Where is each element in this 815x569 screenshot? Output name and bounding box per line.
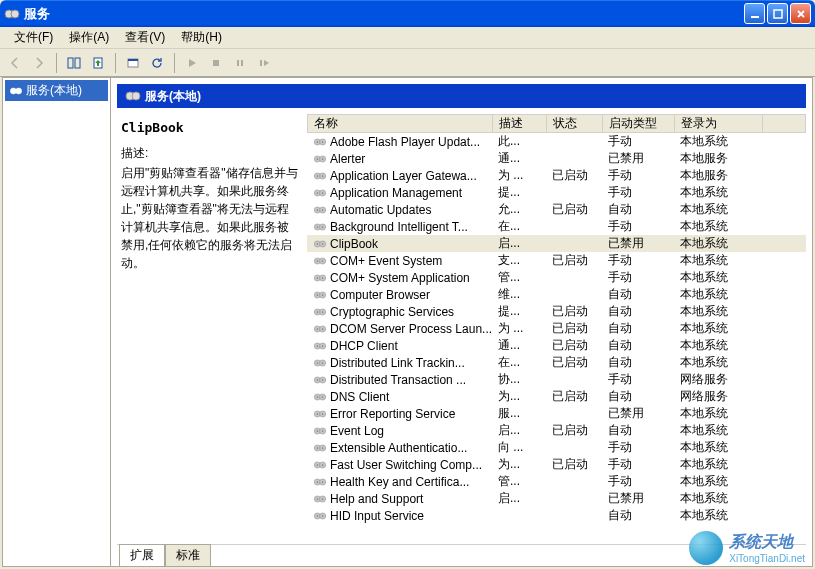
refresh-button[interactable] — [146, 52, 168, 74]
tree-root-label: 服务(本地) — [26, 82, 82, 99]
svg-rect-4 — [68, 58, 73, 68]
service-row[interactable]: DHCP Client通...已启动自动本地系统 — [307, 337, 806, 354]
col-header-name[interactable]: 名称 — [308, 115, 493, 132]
maximize-button[interactable] — [767, 3, 788, 24]
svg-point-31 — [317, 192, 319, 194]
cell-status — [546, 226, 602, 228]
svg-point-91 — [317, 447, 319, 449]
service-row[interactable]: Application Layer Gatewa...为 ...已启动手动本地服… — [307, 167, 806, 184]
col-header-logon[interactable]: 登录为 — [675, 115, 763, 132]
svg-point-32 — [322, 192, 324, 194]
service-row[interactable]: Health Key and Certifica...管...手动本地系统 — [307, 473, 806, 490]
tree-root-services-local[interactable]: 服务(本地) — [5, 80, 108, 101]
service-row[interactable]: Error Reporting Service服...已禁用本地系统 — [307, 405, 806, 422]
cell-name: Computer Browser — [307, 287, 492, 303]
cell-name: Cryptographic Services — [307, 304, 492, 320]
svg-point-36 — [322, 209, 324, 211]
cell-name: Application Layer Gatewa... — [307, 168, 492, 184]
cell-status: 已启动 — [546, 251, 602, 270]
service-row[interactable]: Adobe Flash Player Updat...此...手动本地系统 — [307, 133, 806, 150]
services-list: 名称 描述 状态 启动类型 登录为 Adobe Flash Player Upd… — [307, 114, 806, 544]
service-row[interactable]: Distributed Link Trackin...在...已启动自动本地系统 — [307, 354, 806, 371]
cell-status: 已启动 — [546, 166, 602, 185]
show-hide-tree-button[interactable] — [63, 52, 85, 74]
cell-name: Distributed Link Trackin... — [307, 355, 492, 371]
service-row[interactable]: Event Log启...已启动自动本地系统 — [307, 422, 806, 439]
menu-file[interactable]: 文件(F) — [6, 27, 61, 48]
svg-point-56 — [322, 294, 324, 296]
svg-point-28 — [322, 175, 324, 177]
service-row[interactable]: Cryptographic Services提...已启动自动本地系统 — [307, 303, 806, 320]
menu-view[interactable]: 查看(V) — [117, 27, 173, 48]
cell-status — [546, 515, 602, 517]
svg-point-14 — [16, 87, 22, 93]
service-row[interactable]: Background Intelligent T...在...手动本地系统 — [307, 218, 806, 235]
service-row[interactable]: COM+ System Application管...手动本地系统 — [307, 269, 806, 286]
svg-point-108 — [322, 515, 324, 517]
svg-point-100 — [322, 481, 324, 483]
service-row[interactable]: Application Management提...手动本地系统 — [307, 184, 806, 201]
svg-rect-3 — [774, 10, 782, 18]
svg-rect-5 — [75, 58, 80, 68]
panel-title: 服务(本地) — [145, 88, 201, 105]
svg-point-39 — [317, 226, 319, 228]
service-row[interactable]: Extensible Authenticatio...向 ...手动本地系统 — [307, 439, 806, 456]
list-body[interactable]: Adobe Flash Player Updat...此...手动本地系统Ale… — [307, 133, 806, 544]
svg-point-79 — [317, 396, 319, 398]
menu-action[interactable]: 操作(A) — [61, 27, 117, 48]
service-row[interactable]: HID Input Service自动本地系统 — [307, 507, 806, 524]
cell-name: Event Log — [307, 423, 492, 439]
cell-status — [546, 277, 602, 279]
col-header-startup[interactable]: 启动类型 — [603, 115, 675, 132]
svg-point-55 — [317, 294, 319, 296]
svg-point-59 — [317, 311, 319, 313]
cell-status — [546, 379, 602, 381]
col-header-desc[interactable]: 描述 — [493, 115, 547, 132]
tab-extended[interactable]: 扩展 — [119, 544, 165, 566]
cell-name: DHCP Client — [307, 338, 492, 354]
svg-point-35 — [317, 209, 319, 211]
service-row[interactable]: Automatic Updates允...已启动自动本地系统 — [307, 201, 806, 218]
menu-help[interactable]: 帮助(H) — [173, 27, 230, 48]
service-row[interactable]: DCOM Server Process Laun...为 ...已启动自动本地系… — [307, 320, 806, 337]
svg-point-24 — [322, 158, 324, 160]
svg-point-99 — [317, 481, 319, 483]
service-row[interactable]: ClipBook启...已禁用本地系统 — [307, 235, 806, 252]
properties-button[interactable] — [122, 52, 144, 74]
cell-status: 已启动 — [546, 387, 602, 406]
watermark: 系统天地 XiTongTianDi.net — [689, 531, 805, 565]
cell-name: Distributed Transaction ... — [307, 372, 492, 388]
cell-status — [546, 294, 602, 296]
cell-status — [546, 243, 602, 245]
service-row[interactable]: DNS Client为...已启动自动网络服务 — [307, 388, 806, 405]
tree-panel: 服务(本地) — [3, 78, 111, 566]
menubar: 文件(F) 操作(A) 查看(V) 帮助(H) — [0, 27, 815, 49]
svg-point-67 — [317, 345, 319, 347]
svg-rect-9 — [213, 60, 219, 66]
service-row[interactable]: COM+ Event System支...已启动手动本地系统 — [307, 252, 806, 269]
col-header-status[interactable]: 状态 — [547, 115, 603, 132]
service-row[interactable]: Computer Browser维...自动本地系统 — [307, 286, 806, 303]
svg-point-60 — [322, 311, 324, 313]
export-list-button[interactable] — [87, 52, 109, 74]
description-panel: ClipBook 描述: 启用"剪贴簿查看器"储存信息并与远程计算机共享。如果此… — [117, 114, 307, 544]
toolbar — [0, 49, 815, 77]
cell-status — [546, 413, 602, 415]
panel-header: 服务(本地) — [117, 84, 806, 108]
selected-service-name: ClipBook — [121, 120, 299, 135]
close-button[interactable] — [790, 3, 811, 24]
cell-name: Adobe Flash Player Updat... — [307, 134, 492, 150]
cell-startup: 自动 — [602, 506, 674, 525]
svg-point-88 — [322, 430, 324, 432]
tab-standard[interactable]: 标准 — [165, 544, 211, 566]
service-row[interactable]: Distributed Transaction ...协...手动网络服务 — [307, 371, 806, 388]
minimize-button[interactable] — [744, 3, 765, 24]
svg-point-1 — [11, 10, 19, 18]
watermark-text: 系统天地 — [729, 533, 793, 550]
service-row[interactable]: Help and Support启...已禁用本地系统 — [307, 490, 806, 507]
svg-point-83 — [317, 413, 319, 415]
service-row[interactable]: Fast User Switching Comp...为...已启动手动本地系统 — [307, 456, 806, 473]
svg-rect-2 — [751, 16, 759, 18]
service-row[interactable]: Alerter通...已禁用本地服务 — [307, 150, 806, 167]
cell-name: COM+ Event System — [307, 253, 492, 269]
